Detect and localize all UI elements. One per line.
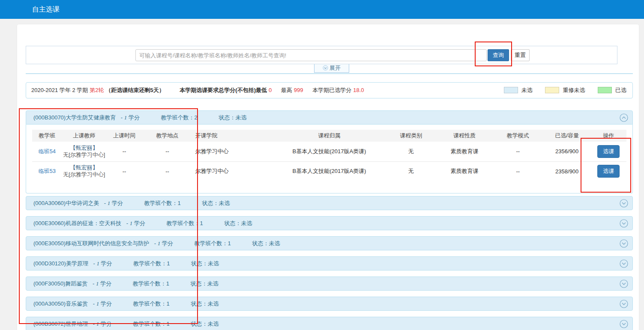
col-header-capacity: 已选/容量 xyxy=(543,130,591,142)
legend-label-retake-unselected: 重修未选 xyxy=(563,87,585,93)
section-divider xyxy=(26,73,633,74)
query-button[interactable]: 查询 xyxy=(488,49,509,61)
course-class-count: 教学班个数：1 xyxy=(133,300,170,307)
course-status: 状态：未选 xyxy=(191,260,219,267)
col-header-action: 操作 xyxy=(591,130,626,142)
teacher-note: 无[尔雅学习中心] xyxy=(62,152,106,158)
course-title: (000F30050)舞蹈鉴赏 xyxy=(33,280,87,287)
class-capacity: 2356/900 xyxy=(543,142,591,161)
col-header-mode: 教学模式 xyxy=(493,130,543,142)
course-credits: - 1 学分 xyxy=(93,260,112,267)
course-title: (000B30072)世界地理 xyxy=(33,321,88,327)
page-title: 自主选课 xyxy=(32,0,60,19)
course-header-000B30072[interactable]: (000B30072)世界地理 - 1 学分 教学班个数：1 状态：未选 xyxy=(26,317,633,330)
course-status: 状态：未选 xyxy=(219,114,246,121)
expand-toggle-label: 展开 xyxy=(329,65,341,71)
course-credits: - 1 学分 xyxy=(93,280,111,287)
screen: 自主选课 查询 重置 展开 2020-2021 学年 2 学期第2轮（距选课结束… xyxy=(0,0,644,330)
course-class-count: 教学班个数：1 xyxy=(144,200,181,206)
reset-button[interactable]: 重置 xyxy=(511,49,530,61)
teacher-note: 无[尔雅学习中心] xyxy=(62,171,106,178)
legend-item-selected: 已选 xyxy=(598,87,626,93)
course-status: 状态：未选 xyxy=(224,220,252,226)
course-header-000E30050[interactable]: (000E30050)移动互联网时代的信息安全与防护 - 1 学分 教学班个数：… xyxy=(26,236,633,250)
expand-panel-icon[interactable] xyxy=(620,219,628,228)
class-place: -- xyxy=(142,142,193,161)
course-status: 状态：未选 xyxy=(191,280,219,287)
teacher-name: 【甄宏丽】 xyxy=(62,164,106,171)
course-header-000D30120[interactable]: (000D30120)美学原理 - 1 学分 教学班个数：1 状态：未选 xyxy=(26,256,633,271)
class-row-54: 临班54 【甄宏丽】 无[尔雅学习中心] -- -- 尔雅学习中心 B基本人文技… xyxy=(32,142,626,161)
deadline-text: （距选课结束还剩5天） xyxy=(105,87,164,93)
class-belonging: B基本人文技能(2017版A类课) xyxy=(273,161,386,181)
semester-text: 2020-2021 学年 2 学期 xyxy=(31,87,88,93)
course-credits: - 1 学分 xyxy=(93,321,112,327)
legend-label-selected: 已选 xyxy=(615,87,626,93)
class-mode: -- xyxy=(493,142,543,161)
col-header-college: 开课学院 xyxy=(192,130,273,142)
course-title: (000D30120)美学原理 xyxy=(33,260,88,267)
col-header-belonging: 课程归属 xyxy=(273,130,386,142)
col-header-nature: 课程性质 xyxy=(436,130,493,142)
class-mode: -- xyxy=(493,161,543,181)
course-class-count: 教学班个数：1 xyxy=(133,321,170,327)
selected-credits-label: 本学期已选学分 xyxy=(312,87,351,93)
course-credits: - 1 学分 xyxy=(126,220,145,226)
classes-table-header-row: 教学班 上课教师 上课时间 教学地点 开课学院 课程归属 课程类别 课程性质 教… xyxy=(32,130,626,142)
class-nature: 素质教育课 xyxy=(436,142,493,161)
classes-table: 教学班 上课教师 上课时间 教学地点 开课学院 课程归属 课程类别 课程性质 教… xyxy=(32,130,626,181)
class-time: -- xyxy=(106,161,142,181)
course-credits: - 1 学分 xyxy=(104,200,123,206)
search-panel: 查询 重置 xyxy=(26,46,617,64)
expand-panel-icon[interactable] xyxy=(620,239,628,248)
class-row-53: 临班53 【甄宏丽】 无[尔雅学习中心] -- -- 尔雅学习中心 B基本人文技… xyxy=(32,161,626,181)
course-class-count: 教学班个数：1 xyxy=(133,280,169,287)
course-class-count: 教学班个数：1 xyxy=(167,220,203,226)
course-header-000B30070[interactable]: (000B30070)大学生防艾健康教育 - 1 学分 教学班个数：2 状态：未… xyxy=(26,110,633,125)
course-header-000A30060[interactable]: (000A30060)中华诗词之美 - 1 学分 教学班个数：1 状态：未选 xyxy=(26,196,633,210)
col-header-time: 上课时间 xyxy=(106,130,142,142)
expand-panel-icon[interactable] xyxy=(620,259,628,268)
course-class-count: 教学班个数：1 xyxy=(195,240,231,247)
expand-panel-icon[interactable] xyxy=(620,279,628,288)
top-header-bar: 自主选课 xyxy=(0,0,644,19)
course-status: 状态：未选 xyxy=(191,300,219,307)
class-nature: 素质教育课 xyxy=(436,161,493,181)
course-header-000E30060[interactable]: (000E30060)机器的征途：空天科技 - 1 学分 教学班个数：1 状态：… xyxy=(26,216,633,230)
search-input[interactable] xyxy=(135,49,487,61)
class-college: 尔雅学习中心 xyxy=(192,142,273,161)
class-college: 尔雅学习中心 xyxy=(192,161,273,181)
select-course-button[interactable]: 选课 xyxy=(597,165,620,178)
credit-requirement-label: 本学期选课要求总学分(不包括)最低 xyxy=(180,87,267,93)
course-credits: - 1 学分 xyxy=(154,240,173,247)
max-credits-label: 最高 xyxy=(281,87,292,93)
min-credits-value: 0 xyxy=(269,87,272,93)
course-header-000A30050[interactable]: (000A30050)音乐鉴赏 - 1 学分 教学班个数：1 状态：未选 xyxy=(26,297,633,311)
course-credits: - 1 学分 xyxy=(121,114,140,121)
course-header-000F30050[interactable]: (000F30050)舞蹈鉴赏 - 1 学分 教学班个数：1 状态：未选 xyxy=(26,276,633,291)
col-header-category: 课程类别 xyxy=(386,130,436,142)
course-class-count: 教学班个数：2 xyxy=(161,114,198,121)
expand-panel-icon[interactable] xyxy=(620,320,628,328)
status-legend: 未选 重修未选 已选 xyxy=(504,83,626,98)
class-name-link[interactable]: 临班53 xyxy=(38,168,55,174)
expand-panel-icon[interactable] xyxy=(620,300,628,308)
legend-label-unselected: 未选 xyxy=(521,87,533,93)
class-name-link[interactable]: 临班54 xyxy=(38,148,55,155)
expand-filters-toggle[interactable]: 展开 xyxy=(314,64,349,73)
col-header-place: 教学地点 xyxy=(142,130,193,142)
course-panel-000B30070: (000B30070)大学生防艾健康教育 - 1 学分 教学班个数：2 状态：未… xyxy=(26,110,633,193)
course-title: (000E30050)移动互联网时代的信息安全与防护 xyxy=(33,240,149,247)
course-title: (000E30060)机器的征途：空天科技 xyxy=(33,220,121,226)
collapse-panel-icon[interactable] xyxy=(620,113,628,122)
expand-panel-icon[interactable] xyxy=(620,199,628,208)
course-credits: - 1 学分 xyxy=(93,300,112,307)
selected-credits-value: 18.0 xyxy=(353,87,364,93)
course-title: (000B30070)大学生防艾健康教育 xyxy=(33,114,116,121)
select-course-button[interactable]: 选课 xyxy=(597,145,620,158)
legend-swatch-retake-unselected xyxy=(545,87,559,93)
teacher-name: 【甄宏丽】 xyxy=(62,145,106,152)
course-classes-container: 教学班 上课教师 上课时间 教学地点 开课学院 课程归属 课程类别 课程性质 教… xyxy=(26,125,633,193)
class-place: -- xyxy=(142,161,193,181)
max-credits-value: 999 xyxy=(294,87,303,93)
